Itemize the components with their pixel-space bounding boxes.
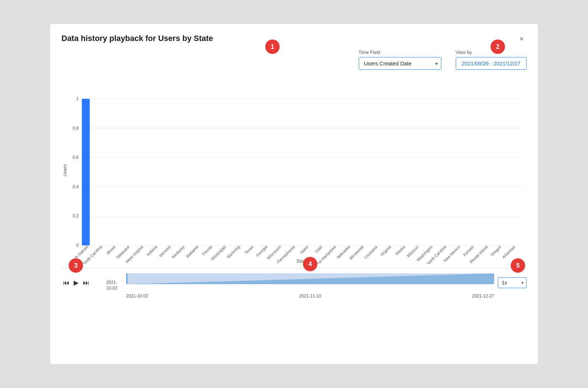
svg-text:Louisiana: Louisiana: [363, 244, 378, 259]
controls-row: 1 2 Time Field Users Created Date ▾ View…: [61, 50, 527, 70]
svg-text:Arkansas: Arkansas: [501, 245, 516, 259]
svg-text:0.4: 0.4: [73, 184, 79, 189]
svg-text:Oregon: Oregon: [490, 245, 502, 257]
view-by-group: View by 2021/09/29 - 2021/12/27: [456, 50, 527, 70]
play-button[interactable]: ▶: [72, 277, 80, 288]
badge-5: 5: [511, 258, 525, 273]
svg-text:1: 1: [76, 96, 79, 101]
svg-text:Wyoming: Wyoming: [226, 245, 240, 259]
timeline-label-start: 2021-10-02: [126, 294, 148, 299]
date-range-button[interactable]: 2021/09/29 - 2021/12/27: [456, 57, 527, 70]
speed-select-wrapper: 1x 2x 5x 10x ▾: [498, 277, 527, 288]
modal-title: Data history playback for Users by State: [61, 34, 213, 43]
svg-text:Illinois: Illinois: [106, 245, 116, 255]
close-button[interactable]: ×: [516, 34, 527, 44]
svg-text:Utah: Utah: [314, 245, 323, 254]
speed-select[interactable]: 1x 2x 5x 10x: [498, 277, 527, 288]
svg-text:Georgia: Georgia: [255, 244, 268, 258]
rewind-start-button[interactable]: ⏮: [61, 278, 71, 288]
svg-text:0.2: 0.2: [73, 213, 79, 218]
timeline-svg: [126, 272, 494, 294]
svg-text:Minnesota: Minnesota: [348, 244, 364, 260]
timeline-container[interactable]: 4 2021-10-02 2021-11-10 2021-12-27: [126, 272, 494, 294]
svg-text:Mississippi: Mississippi: [210, 245, 226, 261]
badge-2: 2: [491, 40, 505, 54]
svg-text:Missouri: Missouri: [406, 245, 419, 258]
playback-controls: ⏮ ▶ ⏭: [61, 277, 101, 288]
fast-forward-button[interactable]: ⏭: [82, 278, 91, 288]
playback-section: 3 5 ⏮ ▶ ⏭ 2021- 10-02 4: [61, 268, 527, 294]
time-field-label: Time Field: [359, 50, 380, 55]
svg-text:Vermont: Vermont: [158, 245, 171, 258]
badge-4: 4: [303, 257, 317, 271]
time-field-select-wrapper: Users Created Date ▾: [359, 57, 441, 70]
svg-text:Alaska: Alaska: [394, 244, 406, 256]
svg-text:0.6: 0.6: [73, 155, 79, 160]
modal-header: Data history playback for Users by State…: [61, 34, 527, 44]
svg-text:Florida: Florida: [201, 244, 213, 256]
view-by-label: View by: [456, 50, 472, 55]
svg-text:Virginia: Virginia: [380, 244, 392, 257]
bar-chart-svg: Users 1 0.8 0.6 0.4 0.2 0 South Dakota: [61, 77, 527, 264]
y-axis-label: Users: [62, 164, 68, 176]
time-field-select[interactable]: Users Created Date: [359, 57, 441, 70]
svg-text:0: 0: [76, 243, 79, 248]
modal-container: Data history playback for Users by State…: [50, 23, 538, 365]
bar-south-dakota: [82, 99, 90, 245]
svg-text:Alabama: Alabama: [185, 244, 199, 259]
svg-text:0.8: 0.8: [73, 126, 79, 131]
bar-chart-wrapper: Users 1 0.8 0.6 0.4 0.2 0 South Dakota: [61, 77, 527, 265]
svg-text:Kansas: Kansas: [462, 245, 475, 257]
badge-3: 3: [69, 258, 83, 273]
timeline-labels: 2021-10-02 2021-11-10 2021-12-27: [126, 294, 494, 299]
current-date-label: 2021- 10-02: [101, 274, 123, 291]
timeline-label-end: 2021-12-27: [472, 294, 494, 299]
badge-1: 1: [265, 40, 280, 54]
svg-text:Idaho: Idaho: [299, 245, 309, 255]
svg-text:Kentucky: Kentucky: [171, 245, 186, 259]
time-field-group: Time Field Users Created Date ▾: [359, 50, 441, 70]
timeline-label-mid: 2021-11-10: [299, 294, 321, 299]
svg-text:Indiana: Indiana: [146, 244, 158, 257]
svg-text:Texas: Texas: [244, 245, 254, 255]
